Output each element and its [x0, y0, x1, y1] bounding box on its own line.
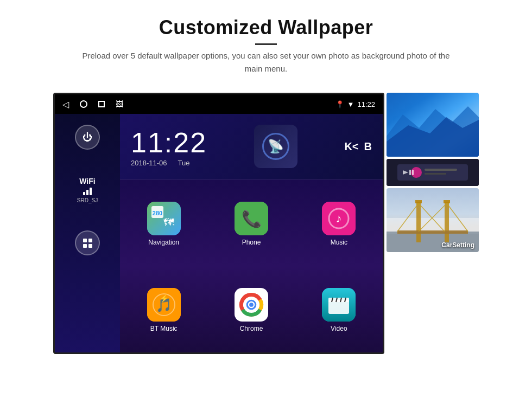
signal-icon: ▼ — [347, 100, 354, 108]
svg-rect-32 — [425, 173, 446, 175]
app-grid: 280 🗺 Navigation 📞 — [120, 179, 383, 352]
svg-rect-40 — [445, 202, 449, 242]
app-cell-chrome[interactable]: Chrome — [207, 266, 295, 353]
clock-info: 11:22 2018-11-06 Tue — [131, 126, 207, 167]
clock-date-value: 2018-11-06 — [131, 159, 167, 167]
video-icon — [322, 288, 356, 322]
navigation-icon: 280 🗺 — [147, 202, 181, 235]
app-cell-music[interactable]: ♪ Music — [295, 179, 383, 266]
app-label-video: Video — [331, 325, 347, 332]
chrome-icon — [235, 288, 268, 322]
grid-dot — [83, 239, 87, 242]
svg-text:🗺: 🗺 — [163, 216, 174, 228]
svg-rect-39 — [416, 202, 421, 242]
home-icon[interactable] — [80, 100, 87, 108]
svg-text:⚡: ⚡ — [159, 294, 169, 303]
app-label-btmusic: BT Music — [150, 325, 178, 332]
wifi-section: WiFi SRD_SJ — [77, 177, 98, 203]
phone-icon: 📞 — [235, 202, 268, 235]
page-wrapper: Customized Wallpaper Preload over 5 defa… — [0, 0, 532, 411]
title-divider — [255, 43, 277, 45]
wifi-bar-1 — [83, 192, 85, 195]
music-icon: ♪ — [322, 202, 356, 235]
content-area: ◁ 🖼 📍 ▼ 11:22 ⏻ WiFi — [53, 93, 479, 354]
location-icon: 📍 — [335, 100, 344, 108]
media-label-b: B — [364, 140, 372, 153]
apps-grid-button[interactable] — [75, 230, 100, 255]
grid-dot — [88, 244, 92, 248]
app-cell-navigation[interactable]: 280 🗺 Navigation — [120, 179, 207, 266]
svg-text:280: 280 — [152, 210, 162, 216]
navigation-svg: 280 🗺 — [147, 202, 181, 235]
app-cell-btmusic[interactable]: 🎵 ⚡ BT Music — [120, 266, 207, 353]
center-content: 11:22 2018-11-06 Tue 📡 K< — [120, 114, 383, 352]
recent-icon[interactable] — [98, 101, 105, 107]
android-screen: ◁ 🖼 📍 ▼ 11:22 ⏻ WiFi — [53, 93, 384, 354]
svg-rect-31 — [425, 169, 457, 171]
svg-rect-35 — [412, 170, 414, 175]
app-cell-video[interactable]: Video — [295, 266, 383, 353]
phone-svg: 📞 — [235, 202, 268, 235]
glacier-wallpaper — [387, 93, 479, 157]
back-icon[interactable]: ◁ — [62, 99, 69, 110]
app-label-chrome: Chrome — [240, 325, 263, 332]
grid-dot — [83, 244, 87, 248]
chrome-svg — [238, 292, 264, 318]
wallpaper-stack: CarSetting — [387, 93, 479, 252]
btmusic-icon: 🎵 ⚡ — [147, 288, 181, 322]
power-button[interactable]: ⏻ — [75, 125, 100, 150]
app-label-music: Music — [331, 239, 347, 246]
radio-widget-inner: 📡 — [262, 133, 289, 160]
clock-date: 2018-11-06 Tue — [131, 159, 207, 167]
music-svg: ♪ — [322, 202, 356, 235]
wifi-signal — [83, 188, 92, 195]
app-label-navigation: Navigation — [148, 239, 179, 246]
device-wallpaper — [387, 159, 479, 186]
clock-time: 11:22 — [131, 126, 207, 159]
apps-grid-icon — [83, 239, 92, 248]
svg-point-17 — [249, 303, 254, 307]
page-subtitle: Preload over 5 default wallpaper options… — [81, 49, 451, 75]
svg-text:♪: ♪ — [336, 211, 342, 225]
screenshot-icon[interactable]: 🖼 — [116, 100, 123, 108]
svg-rect-34 — [409, 170, 411, 175]
wifi-bar-2 — [86, 190, 88, 195]
app-label-phone: Phone — [242, 239, 261, 246]
android-main: ⏻ WiFi SRD_SJ — [55, 114, 383, 352]
clock-day-value: Tue — [178, 159, 190, 167]
grid-dot — [88, 239, 92, 242]
wallpaper-label-carsetting: CarSetting — [441, 241, 474, 249]
media-buttons: K< B — [344, 140, 372, 153]
svg-rect-46 — [415, 200, 422, 203]
svg-text:📞: 📞 — [241, 209, 262, 229]
left-sidebar: ⏻ WiFi SRD_SJ — [55, 114, 120, 352]
svg-rect-41 — [397, 230, 468, 234]
wallpaper-thumb-device[interactable] — [387, 159, 479, 186]
clock-section: 11:22 2018-11-06 Tue 📡 K< — [120, 114, 383, 179]
app-cell-phone[interactable]: 📞 Phone — [207, 179, 295, 266]
wifi-ssid: SRD_SJ — [77, 197, 98, 203]
status-time: 11:22 — [357, 100, 375, 108]
status-right: 📍 ▼ 11:22 — [335, 100, 375, 108]
nav-icons: ◁ 🖼 — [62, 99, 123, 110]
radio-widget[interactable]: 📡 — [254, 125, 297, 168]
wallpaper-thumb-glacier[interactable] — [387, 93, 479, 157]
title-section: Customized Wallpaper Preload over 5 defa… — [81, 16, 451, 75]
svg-rect-47 — [444, 200, 450, 203]
wallpaper-thumb-bridge[interactable]: CarSetting — [387, 188, 479, 252]
btmusic-svg: 🎵 ⚡ — [147, 288, 181, 322]
page-title: Customized Wallpaper — [81, 16, 451, 39]
video-svg — [322, 288, 356, 322]
status-bar: ◁ 🖼 📍 ▼ 11:22 — [55, 94, 383, 114]
wifi-label: WiFi — [79, 177, 95, 185]
radio-icon: 📡 — [268, 139, 284, 154]
wifi-bar-3 — [90, 188, 92, 195]
media-label-k: K< — [344, 140, 358, 153]
